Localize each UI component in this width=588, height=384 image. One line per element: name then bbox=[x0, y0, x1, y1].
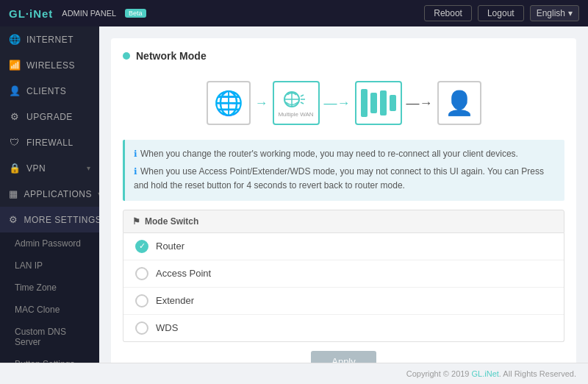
admin-panel-label: ADMIN PANEL bbox=[62, 9, 116, 18]
info-icon-2: ℹ bbox=[134, 166, 137, 177]
mode-extender-label: Extender bbox=[156, 295, 194, 306]
radio-access-point[interactable] bbox=[135, 267, 148, 280]
logout-button[interactable]: Logout bbox=[478, 5, 524, 21]
topbar-right: Reboot Logout English ▾ bbox=[424, 5, 579, 21]
sidebar-item-label: APPLICATIONS bbox=[24, 189, 92, 199]
sidebar-item-label: FIREWALL bbox=[26, 138, 74, 148]
sidebar-item-clients[interactable]: 👤 CLIENTS bbox=[0, 78, 99, 104]
mode-switch-title: Mode Switch bbox=[145, 216, 198, 227]
sidebar-item-label: WIRELESS bbox=[26, 60, 75, 71]
info-line-1: ℹWhen you change the router's working mo… bbox=[134, 147, 556, 161]
sidebar-sub-button-settings[interactable]: Button Settings bbox=[0, 353, 99, 363]
arrow-icon-3: —→ bbox=[402, 96, 437, 111]
firewall-icon: 🛡 bbox=[9, 137, 21, 148]
sidebar-sub-lan-ip[interactable]: LAN IP bbox=[0, 255, 99, 277]
chevron-down-icon: ▾ bbox=[568, 8, 573, 18]
sidebar-item-label: VPN bbox=[26, 163, 46, 174]
sidebar-item-label: CLIENTS bbox=[26, 86, 66, 96]
mode-wds[interactable]: WDS bbox=[123, 315, 564, 341]
globe-box: 🌐 bbox=[207, 81, 251, 125]
sidebar-sub-custom-dns[interactable]: Custom DNS Server bbox=[0, 321, 99, 353]
clients-icon: 👤 bbox=[9, 85, 21, 96]
mode-switch-header: ⚑ Mode Switch bbox=[123, 210, 564, 233]
network-diagram: 🌐 → Multiple WAN bbox=[123, 74, 564, 140]
more-settings-submenu: Admin Password LAN IP Time Zone MAC Clon… bbox=[0, 232, 99, 363]
info-box: ℹWhen you change the router's working mo… bbox=[123, 140, 564, 201]
router-box: Multiple WAN bbox=[273, 81, 320, 125]
page-title: Network Mode bbox=[136, 50, 207, 62]
language-selector[interactable]: English ▾ bbox=[530, 5, 579, 21]
sidebar-item-firewall[interactable]: 🛡 FIREWALL bbox=[0, 129, 99, 155]
network-mode-card: Network Mode 🌐 → bbox=[111, 38, 576, 363]
topbar: GL·iNet ADMIN PANEL Beta Reboot Logout E… bbox=[0, 0, 588, 26]
info-icon-1: ℹ bbox=[134, 149, 137, 159]
main-layout: 🌐 INTERNET 📶 WIRELESS 👤 CLIENTS ⚙ UPGRAD… bbox=[0, 26, 588, 363]
footer-text: Copyright © 2019 GL.iNet. All Rights Res… bbox=[406, 369, 576, 378]
arrow-icon-2: —→ bbox=[320, 96, 355, 111]
sidebar-item-label: MORE SETTINGS bbox=[24, 215, 100, 225]
person-box: 👤 bbox=[437, 81, 481, 125]
sidebar-item-upgrade[interactable]: ⚙ UPGRADE bbox=[0, 104, 99, 129]
sidebar-item-vpn[interactable]: 🔒 VPN ▾ bbox=[0, 155, 99, 181]
mode-router[interactable]: ✓ Router bbox=[123, 233, 564, 260]
radio-extender[interactable] bbox=[135, 294, 148, 307]
person-icon: 👤 bbox=[445, 89, 474, 117]
card-header: Network Mode bbox=[123, 50, 564, 62]
info-line-2: ℹWhen you use Access Point/Extender/WDS … bbox=[134, 165, 556, 193]
upgrade-icon: ⚙ bbox=[9, 111, 21, 122]
vpn-icon: 🔒 bbox=[9, 163, 21, 174]
main-content: Network Mode 🌐 → bbox=[99, 26, 588, 363]
radio-wds[interactable] bbox=[135, 321, 148, 335]
vpn-arrow-icon: ▾ bbox=[87, 164, 91, 172]
globe-icon: 🌐 bbox=[214, 89, 243, 117]
mode-list: ✓ Router Access Point Extender bbox=[123, 233, 564, 342]
wireless-icon: 📶 bbox=[9, 60, 21, 71]
router-icon bbox=[283, 89, 309, 110]
mode-router-label: Router bbox=[156, 241, 184, 252]
more-settings-icon: ⚙ bbox=[9, 214, 18, 225]
mode-switch-section: ⚑ Mode Switch ✓ Router Access Point bbox=[123, 210, 564, 363]
svg-line-5 bbox=[301, 102, 304, 104]
apply-row: Apply bbox=[123, 342, 564, 363]
footer: Copyright © 2019 GL.iNet. All Rights Res… bbox=[0, 363, 588, 384]
footer-link[interactable]: GL.iNet bbox=[472, 369, 499, 378]
beta-badge: Beta bbox=[125, 9, 146, 18]
logo: GL·iNet bbox=[9, 7, 53, 20]
sidebar-sub-mac-clone[interactable]: MAC Clone bbox=[0, 299, 99, 321]
mode-wds-label: WDS bbox=[156, 322, 178, 333]
svg-line-3 bbox=[301, 95, 304, 96]
applications-icon: ▦ bbox=[9, 188, 18, 199]
internet-icon: 🌐 bbox=[9, 34, 21, 45]
arrow-icon-1: → bbox=[251, 96, 273, 111]
firewall-diagram bbox=[361, 89, 396, 117]
sidebar-sub-admin-password[interactable]: Admin Password bbox=[0, 232, 99, 255]
mode-access-point-label: Access Point bbox=[156, 268, 211, 279]
mode-switch-icon: ⚑ bbox=[132, 216, 140, 227]
sidebar-item-internet[interactable]: 🌐 INTERNET bbox=[0, 26, 99, 52]
sidebar-item-label: UPGRADE bbox=[26, 112, 73, 122]
topbar-left: GL·iNet ADMIN PANEL Beta bbox=[9, 7, 146, 20]
apply-button[interactable]: Apply bbox=[311, 351, 376, 363]
mode-extender[interactable]: Extender bbox=[123, 288, 564, 315]
reboot-button[interactable]: Reboot bbox=[424, 5, 472, 21]
sidebar-item-label: INTERNET bbox=[26, 35, 74, 45]
firewall-box bbox=[355, 81, 402, 125]
language-label: English bbox=[537, 8, 565, 18]
mode-access-point[interactable]: Access Point bbox=[123, 260, 564, 288]
sidebar-item-more-settings[interactable]: ⚙ MORE SETTINGS ▴ bbox=[0, 207, 99, 232]
sidebar: 🌐 INTERNET 📶 WIRELESS 👤 CLIENTS ⚙ UPGRAD… bbox=[0, 26, 99, 363]
sidebar-item-wireless[interactable]: 📶 WIRELESS bbox=[0, 52, 99, 78]
sidebar-sub-time-zone[interactable]: Time Zone bbox=[0, 277, 99, 299]
sidebar-item-applications[interactable]: ▦ APPLICATIONS ▾ bbox=[0, 181, 99, 207]
check-icon: ✓ bbox=[139, 242, 146, 250]
status-dot bbox=[123, 52, 130, 60]
multi-wan-label: Multiple WAN bbox=[278, 111, 313, 118]
radio-router[interactable]: ✓ bbox=[135, 240, 148, 253]
